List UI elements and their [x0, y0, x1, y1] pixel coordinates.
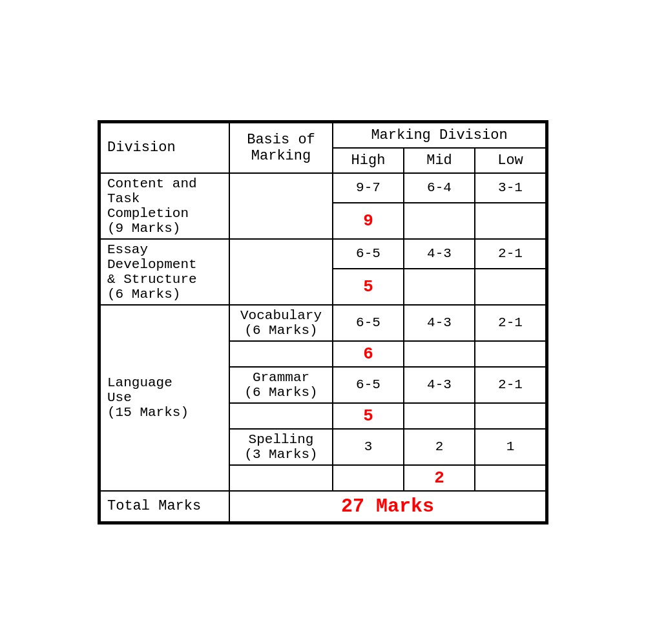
- vocab-basis-empty: [229, 341, 333, 367]
- grammar-high-score: 5: [333, 403, 404, 429]
- vocab-high-range: 6-5: [333, 305, 404, 341]
- content-high-range: 9-7: [333, 173, 404, 203]
- spelling-basis-label: Spelling(3 Marks): [229, 429, 333, 465]
- header-mid: Mid: [404, 148, 475, 173]
- marking-table: Division Basis of Marking Marking Divisi…: [99, 122, 547, 523]
- essay-division: EssayDevelopment& Structure(6 Marks): [100, 239, 229, 305]
- spelling-high-range: 3: [333, 429, 404, 465]
- content-basis: [229, 173, 333, 239]
- content-high-score: 9: [333, 203, 404, 239]
- content-low-score: [475, 203, 546, 239]
- spelling-mid-score: 2: [404, 465, 475, 491]
- grammar-mid-score: [404, 403, 475, 429]
- content-mid-range: 6-4: [404, 173, 475, 203]
- grammar-mid-range: 4-3: [404, 367, 475, 403]
- vocab-high-score: 6: [333, 341, 404, 367]
- essay-high-range: 6-5: [333, 239, 404, 269]
- grammar-high-range: 6-5: [333, 367, 404, 403]
- essay-low-score: [475, 269, 546, 305]
- content-low-range: 3-1: [475, 173, 546, 203]
- spelling-basis-empty: [229, 465, 333, 491]
- vocab-basis-label: Vocabulary(6 Marks): [229, 305, 333, 341]
- header-division: Division: [100, 123, 229, 173]
- content-division: Content andTaskCompletion(9 Marks): [100, 173, 229, 239]
- header-marking-division: Marking Division: [333, 123, 546, 148]
- vocab-mid-score: [404, 341, 475, 367]
- grammar-low-range: 2-1: [475, 367, 546, 403]
- header-high: High: [333, 148, 404, 173]
- total-value: 27 Marks: [229, 491, 546, 522]
- header-basis: Basis of Marking: [229, 123, 333, 173]
- content-range-row: Content andTaskCompletion(9 Marks) 9-7 6…: [100, 173, 546, 203]
- essay-mid-score: [404, 269, 475, 305]
- grammar-low-score: [475, 403, 546, 429]
- total-row: Total Marks 27 Marks: [100, 491, 546, 522]
- grammar-basis-empty: [229, 403, 333, 429]
- marking-table-wrapper: Division Basis of Marking Marking Divisi…: [98, 120, 548, 525]
- spelling-high-score: [333, 465, 404, 491]
- essay-mid-range: 4-3: [404, 239, 475, 269]
- essay-low-range: 2-1: [475, 239, 546, 269]
- total-label: Total Marks: [100, 491, 229, 522]
- spelling-low-score: [475, 465, 546, 491]
- spelling-low-range: 1: [475, 429, 546, 465]
- language-division: LanguageUse(15 Marks): [100, 305, 229, 491]
- grammar-basis-label: Grammar(6 Marks): [229, 367, 333, 403]
- vocab-low-range: 2-1: [475, 305, 546, 341]
- header-low: Low: [475, 148, 546, 173]
- essay-high-score: 5: [333, 269, 404, 305]
- essay-range-row: EssayDevelopment& Structure(6 Marks) 6-5…: [100, 239, 546, 269]
- essay-basis: [229, 239, 333, 305]
- content-mid-score: [404, 203, 475, 239]
- vocab-range-row: LanguageUse(15 Marks) Vocabulary(6 Marks…: [100, 305, 546, 341]
- spelling-mid-range: 2: [404, 429, 475, 465]
- vocab-low-score: [475, 341, 546, 367]
- vocab-mid-range: 4-3: [404, 305, 475, 341]
